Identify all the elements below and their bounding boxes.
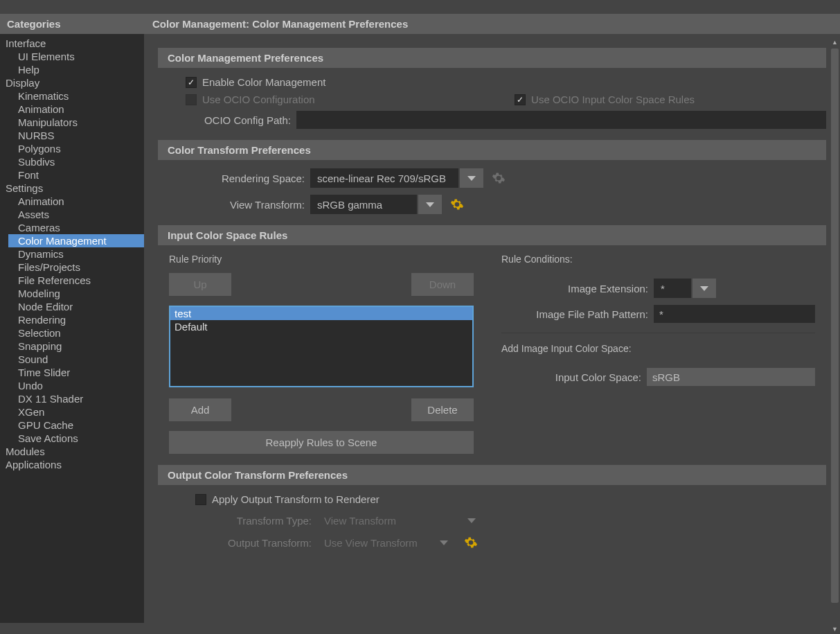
use-ocio-rules-label: Use OCIO Input Color Space Rules: [531, 94, 695, 105]
reapply-rules-button[interactable]: Reapply Rules to Scene: [169, 431, 474, 454]
image-extension-dropdown-arrow[interactable]: [692, 279, 716, 298]
output-transform-dropdown-arrow[interactable]: [432, 533, 456, 552]
category-group[interactable]: Modules: [0, 445, 144, 458]
ocio-config-path-input[interactable]: [296, 111, 826, 129]
section-output-color-transform-prefs: Output Color Transform Preferences: [158, 465, 826, 485]
enable-color-management-checkbox[interactable]: ✓: [186, 77, 197, 88]
category-item[interactable]: Animation: [0, 195, 144, 208]
category-group[interactable]: Settings: [0, 182, 144, 195]
up-button[interactable]: Up: [169, 273, 231, 296]
scrollbar-thumb[interactable]: [831, 49, 839, 603]
image-extension-label: Image Extension:: [501, 283, 654, 294]
category-item[interactable]: XGen: [0, 405, 144, 419]
category-item[interactable]: Cameras: [0, 221, 144, 234]
scroll-down-arrow[interactable]: ▼: [831, 626, 839, 633]
category-item[interactable]: Manipulators: [0, 116, 144, 129]
scroll-up-arrow[interactable]: ▲: [831, 39, 839, 46]
rule-list[interactable]: testDefault: [169, 306, 474, 387]
category-item[interactable]: Undo: [0, 379, 144, 392]
category-item[interactable]: Subdivs: [0, 155, 144, 168]
view-transform-dropdown-arrow[interactable]: [418, 195, 442, 214]
category-item[interactable]: File References: [0, 274, 144, 287]
category-item[interactable]: NURBS: [0, 129, 144, 142]
category-item[interactable]: Assets: [0, 208, 144, 221]
category-item[interactable]: Snapping: [0, 340, 144, 353]
gear-icon[interactable]: [464, 536, 478, 549]
category-item[interactable]: Dynamics: [0, 247, 144, 261]
category-group[interactable]: Applications: [0, 458, 144, 471]
view-transform-select[interactable]: sRGB gamma: [310, 195, 417, 214]
rendering-space-dropdown-arrow[interactable]: [460, 168, 483, 188]
transform-type-label: Transform Type:: [186, 515, 317, 527]
transform-type-select[interactable]: View Transform: [317, 511, 458, 530]
category-item[interactable]: Modeling: [0, 287, 144, 300]
category-item[interactable]: Font: [0, 168, 144, 182]
rendering-space-label: Rendering Space:: [186, 173, 310, 184]
category-item[interactable]: Sound: [0, 353, 144, 366]
category-item[interactable]: Files/Projects: [0, 261, 144, 274]
add-image-input-colorspace-label: Add Image Input Color Space:: [501, 343, 815, 354]
category-item[interactable]: Save Actions: [0, 432, 144, 445]
image-file-path-pattern-label: Image File Path Pattern:: [501, 308, 654, 320]
output-transform-label: Output Transform:: [186, 537, 317, 549]
rule-list-item[interactable]: Default: [170, 320, 472, 333]
use-ocio-config-label: Use OCIO Configuration: [202, 94, 315, 105]
gear-icon[interactable]: [450, 197, 464, 211]
section-color-management-prefs: Color Management Preferences: [158, 48, 826, 68]
category-item[interactable]: GPU Cache: [0, 419, 144, 432]
input-color-space-label: Input Color Space:: [501, 371, 647, 383]
rendering-space-select[interactable]: scene-linear Rec 709/sRGB: [310, 168, 458, 188]
add-button[interactable]: Add: [169, 398, 231, 421]
section-input-color-space-rules: Input Color Space Rules: [158, 225, 826, 245]
category-item[interactable]: Color Management: [8, 234, 144, 247]
categories-header: Categories: [0, 14, 144, 34]
apply-output-transform-checkbox[interactable]: ✓: [195, 494, 206, 505]
view-transform-label: View Transform:: [186, 199, 310, 211]
category-group[interactable]: Interface: [0, 37, 144, 50]
delete-button[interactable]: Delete: [411, 398, 474, 421]
category-item[interactable]: Time Slider: [0, 366, 144, 379]
enable-color-management-label: Enable Color Management: [202, 76, 325, 88]
apply-output-transform-label: Apply Output Transform to Renderer: [212, 493, 379, 505]
categories-sidebar: Categories InterfaceUI ElementsHelpDispl…: [0, 14, 144, 634]
ocio-config-path-label: OCIO Config Path:: [186, 114, 296, 126]
rule-priority-label: Rule Priority: [169, 254, 474, 265]
image-extension-select[interactable]: *: [654, 279, 691, 298]
section-color-transform-prefs: Color Transform Preferences: [158, 140, 826, 160]
category-item[interactable]: Rendering: [0, 313, 144, 326]
rule-list-item[interactable]: test: [170, 307, 472, 320]
category-item[interactable]: Node Editor: [0, 300, 144, 313]
preferences-content: Color Management: Color Management Prefe…: [144, 14, 840, 634]
rule-conditions-label: Rule Conditions:: [501, 254, 815, 265]
categories-tree: InterfaceUI ElementsHelpDisplayKinematic…: [0, 34, 144, 623]
image-file-path-pattern-input[interactable]: [654, 305, 815, 323]
vertical-scrollbar[interactable]: ▲ ▼: [830, 37, 840, 634]
category-item[interactable]: DX 11 Shader: [0, 392, 144, 405]
category-item[interactable]: Selection: [0, 326, 144, 340]
transform-type-dropdown-arrow[interactable]: [460, 511, 483, 530]
category-item[interactable]: UI Elements: [0, 50, 144, 63]
category-item[interactable]: Animation: [0, 103, 144, 116]
down-button[interactable]: Down: [411, 273, 474, 296]
category-item[interactable]: Help: [0, 63, 144, 76]
input-color-space-input[interactable]: [647, 368, 815, 386]
output-transform-select[interactable]: Use View Transform: [317, 533, 431, 552]
category-item[interactable]: Polygons: [0, 142, 144, 155]
category-item[interactable]: Kinematics: [0, 89, 144, 103]
gear-icon[interactable]: [492, 171, 506, 185]
use-ocio-config-checkbox[interactable]: ✓: [186, 94, 197, 105]
use-ocio-rules-checkbox[interactable]: ✓: [515, 94, 526, 105]
category-group[interactable]: Display: [0, 76, 144, 89]
content-header: Color Management: Color Management Prefe…: [144, 14, 840, 34]
